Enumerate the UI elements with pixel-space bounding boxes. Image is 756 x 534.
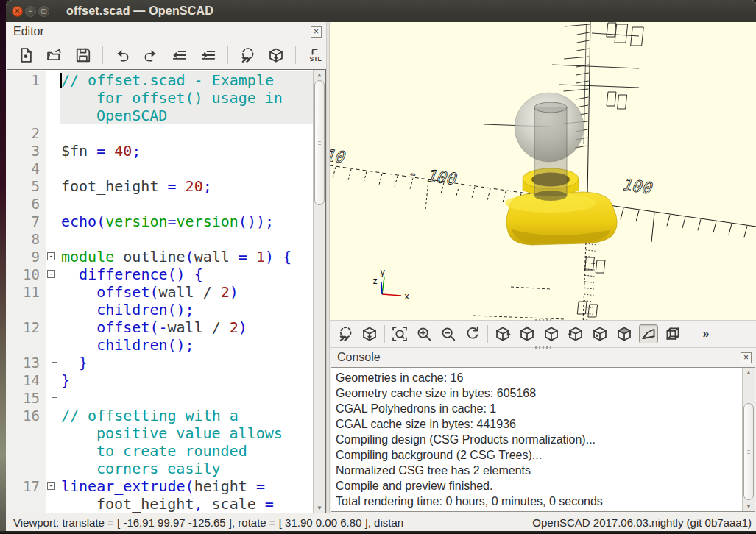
view-perspective-icon[interactable] xyxy=(639,324,658,343)
open-folder-icon[interactable] xyxy=(45,46,64,65)
preview-icon[interactable] xyxy=(238,46,257,65)
code-text[interactable]: children(); xyxy=(60,336,313,354)
console-output[interactable]: Geometries in cache: 16Geometry cache si… xyxy=(331,367,755,512)
text-caret xyxy=(60,73,62,88)
code-row: 16// offsetting with a↵ xyxy=(7,407,325,424)
code-rows: 1// offset.scad - Example↵for offset() u… xyxy=(7,71,325,513)
console-line: Geometries in cache: 16 xyxy=(336,370,750,385)
close-button[interactable]: × xyxy=(12,6,23,17)
line-number: 11 xyxy=(7,283,46,301)
code-text[interactable]: positive value allows xyxy=(60,424,313,442)
code-text[interactable]: // offsetting with a xyxy=(60,407,313,424)
code-row: 17-linear_extrude(height =↵ xyxy=(7,477,325,495)
console-line: Compiling design (CSG Products normaliza… xyxy=(336,432,750,447)
axis-indicator: x y z xyxy=(372,267,409,302)
code-text[interactable] xyxy=(60,195,313,213)
undo-icon[interactable] xyxy=(113,46,132,65)
console-line: Compiling background (2 CSG Trees)... xyxy=(336,447,750,463)
splitter-grip[interactable] xyxy=(535,319,551,321)
3d-viewport[interactable]: 10 - 100 100 xyxy=(330,22,756,320)
scroll-up-icon[interactable]: ▲ xyxy=(314,70,325,79)
editor-scrollbar[interactable]: ▲ ▼ xyxy=(313,70,325,513)
fold-margin xyxy=(46,230,60,248)
unindent-icon[interactable] xyxy=(170,46,189,65)
line-number: 7 xyxy=(7,213,46,230)
reset-view-icon[interactable] xyxy=(463,324,482,343)
zoom-all-icon[interactable] xyxy=(390,324,409,343)
openscad-window: ×−▢ offset.scad — OpenSCAD Editor × STL … xyxy=(6,0,756,531)
code-text[interactable]: foot_height = 20; xyxy=(60,177,313,195)
code-row: 14} xyxy=(7,371,325,389)
fold-margin[interactable]: - xyxy=(46,477,60,495)
render-icon[interactable] xyxy=(360,324,379,343)
console-scrollbar-thumb[interactable] xyxy=(743,403,754,500)
code-text[interactable]: for offset() usage in xyxy=(60,89,313,107)
overflow-button[interactable]: » xyxy=(693,324,718,343)
fold-margin[interactable]: - xyxy=(46,248,60,266)
fold-margin xyxy=(46,89,60,107)
scroll-down-icon[interactable]: ▼ xyxy=(743,502,755,511)
code-text[interactable]: foot_height, scale = xyxy=(60,495,313,513)
fold-margin xyxy=(46,460,60,477)
fold-margin[interactable]: - xyxy=(46,266,60,283)
code-text[interactable]: } xyxy=(60,371,313,389)
console-lines: Geometries in cache: 16Geometry cache si… xyxy=(331,368,755,511)
code-text[interactable]: linear_extrude(height = xyxy=(60,477,313,495)
view-right-icon[interactable] xyxy=(493,324,512,343)
zoom-out-icon[interactable] xyxy=(439,324,458,343)
code-text[interactable]: // offset.scad - Example xyxy=(60,71,313,89)
scroll-up-icon[interactable]: ▲ xyxy=(743,368,755,377)
code-row: 11 offset(wall / 2)↵ xyxy=(7,283,325,301)
splitter-grip[interactable] xyxy=(535,346,551,349)
code-text[interactable]: echo(version=version()); xyxy=(60,213,313,230)
code-text[interactable]: $fn = 40; xyxy=(60,142,313,160)
maximize-button[interactable]: ▢ xyxy=(38,6,49,17)
code-text[interactable] xyxy=(60,160,313,177)
zoom-in-icon[interactable] xyxy=(414,324,434,343)
indent-icon[interactable] xyxy=(199,46,218,65)
code-text[interactable]: offset(wall / 2) xyxy=(60,283,313,301)
code-text[interactable]: OpenSCAD xyxy=(60,107,313,124)
code-text[interactable]: difference() { xyxy=(60,266,313,283)
line-number xyxy=(7,301,46,318)
toolbar-separator xyxy=(384,325,385,343)
export-stl-icon[interactable]: STL xyxy=(305,46,325,65)
view-front-icon[interactable] xyxy=(590,324,610,343)
editor-panel: Editor × STL 1// offset.scad - Example↵f… xyxy=(6,22,326,513)
code-row: positive value allows↵ xyxy=(7,424,325,442)
scroll-down-icon[interactable]: ▼ xyxy=(314,503,325,513)
view-left-icon[interactable] xyxy=(566,324,585,343)
code-text[interactable]: offset(-wall / 2) xyxy=(60,318,313,336)
code-row: 8 xyxy=(7,230,325,248)
view-back-icon[interactable] xyxy=(615,324,634,343)
editor-close-icon[interactable]: × xyxy=(311,26,322,38)
line-number xyxy=(7,495,46,513)
z-axis-indicator xyxy=(381,282,382,294)
view-top-icon[interactable] xyxy=(517,324,537,343)
fold-margin xyxy=(46,177,60,195)
code-editor[interactable]: 1// offset.scad - Example↵for offset() u… xyxy=(7,69,326,513)
new-file-icon[interactable] xyxy=(16,46,35,65)
minimize-button[interactable]: − xyxy=(25,6,36,17)
code-text[interactable] xyxy=(60,124,313,142)
view-orthogonal-icon[interactable] xyxy=(663,324,682,343)
window-content: Editor × STL 1// offset.scad - Example↵f… xyxy=(6,22,756,513)
console-scrollbar[interactable]: ▲ ▼ xyxy=(742,368,755,511)
preview-icon[interactable] xyxy=(336,324,355,343)
code-text[interactable] xyxy=(60,230,313,248)
editor-scrollbar-thumb[interactable] xyxy=(314,80,325,205)
code-text[interactable]: corners easily xyxy=(60,460,313,477)
code-text[interactable] xyxy=(60,389,313,407)
render-icon[interactable] xyxy=(266,46,286,65)
code-text[interactable]: children(); xyxy=(60,301,313,318)
console-close-icon[interactable]: × xyxy=(741,352,752,363)
line-number: 1 xyxy=(7,71,46,89)
view-bottom-icon[interactable] xyxy=(542,324,561,343)
line-number: 16 xyxy=(7,407,46,424)
code-text[interactable]: } xyxy=(60,354,313,371)
svg-text:STL: STL xyxy=(310,55,322,63)
code-text[interactable]: module outline(wall = 1) { xyxy=(60,248,313,266)
redo-icon[interactable] xyxy=(141,46,160,65)
save-icon[interactable] xyxy=(74,46,93,65)
code-text[interactable]: to create rounded xyxy=(60,442,313,460)
